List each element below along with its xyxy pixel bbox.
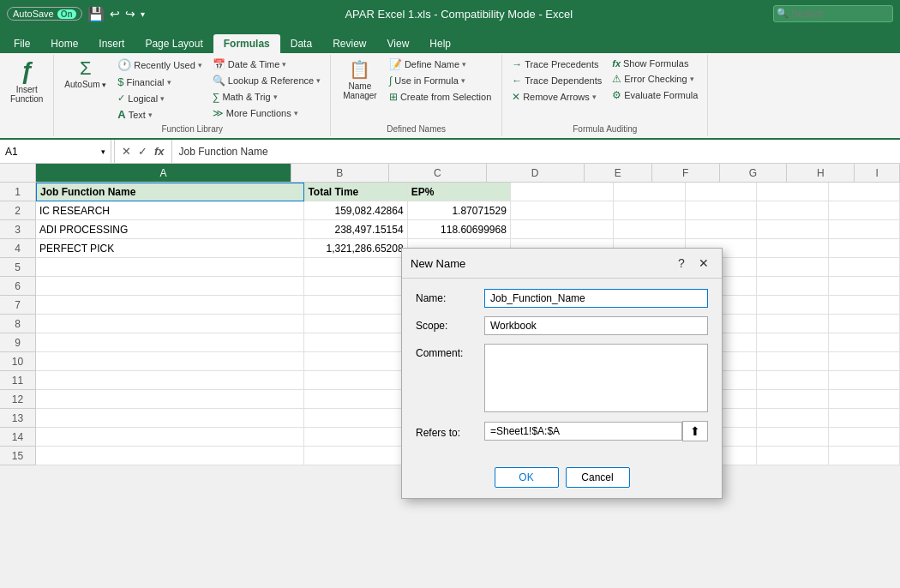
cell-B11[interactable]	[304, 371, 407, 390]
row-header-15[interactable]: 15	[0, 447, 36, 465]
cell-A10[interactable]	[36, 352, 304, 371]
cell-B5[interactable]	[304, 258, 407, 277]
col-header-F[interactable]: F	[652, 164, 720, 182]
tab-insert[interactable]: Insert	[88, 34, 135, 53]
insert-formula-icon[interactable]: fx	[153, 145, 166, 158]
show-formulas-button[interactable]: fx Show Formulas	[608, 57, 702, 70]
cell-B2[interactable]: 159,082.42864	[304, 201, 407, 220]
cell-A15[interactable]	[36, 447, 304, 465]
cell-G12[interactable]	[757, 390, 828, 409]
trace-dependents-button[interactable]: ← Trace Dependents	[507, 73, 606, 88]
name-box-dropdown[interactable]: ▾	[101, 147, 105, 156]
col-header-A[interactable]: A	[36, 164, 291, 182]
row-header-4[interactable]: 4	[0, 239, 36, 258]
tab-home[interactable]: Home	[40, 34, 88, 53]
row-header-9[interactable]: 9	[0, 333, 36, 352]
financial-button[interactable]: $ Financial ▾	[113, 74, 207, 90]
cell-G14[interactable]	[757, 428, 828, 447]
ok-button[interactable]: OK	[495, 467, 559, 488]
cell-H9[interactable]	[829, 333, 900, 352]
tab-review[interactable]: Review	[322, 34, 376, 53]
cell-B9[interactable]	[304, 333, 407, 352]
confirm-formula-icon[interactable]: ✓	[136, 145, 149, 158]
cell-G3[interactable]	[757, 220, 828, 239]
tab-help[interactable]: Help	[419, 34, 461, 53]
cell-A2[interactable]: IC RESEARCH	[36, 201, 304, 220]
cell-B8[interactable]	[304, 315, 407, 333]
cell-H3[interactable]	[829, 220, 900, 239]
math-trig-button[interactable]: ∑ Math & Trig ▾	[208, 89, 325, 105]
cell-G2[interactable]	[757, 201, 828, 220]
row-header-2[interactable]: 2	[0, 201, 36, 220]
cell-G10[interactable]	[757, 352, 828, 371]
cell-D2[interactable]	[511, 201, 614, 220]
name-manager-button[interactable]: 📋 NameManager	[337, 57, 383, 103]
cell-A8[interactable]	[36, 315, 304, 333]
row-header-11[interactable]: 11	[0, 371, 36, 390]
autosave-toggle[interactable]: AutoSave On	[7, 7, 82, 21]
use-in-formula-button[interactable]: ∫ Use in Formula ▾	[385, 73, 495, 88]
tab-file[interactable]: File	[3, 34, 40, 53]
cell-A12[interactable]	[36, 390, 304, 409]
cell-C2[interactable]: 1.87071529	[408, 201, 511, 220]
cell-B13[interactable]	[304, 409, 407, 428]
col-header-E[interactable]: E	[585, 164, 652, 182]
logical-button[interactable]: ✓ Logical ▾	[113, 91, 207, 105]
name-box[interactable]: A1 ▾	[0, 140, 111, 163]
cancel-formula-icon[interactable]: ✕	[120, 145, 133, 158]
col-header-G[interactable]: G	[720, 164, 788, 182]
cell-B4[interactable]: 1,321,286.65208	[304, 239, 407, 258]
name-input[interactable]	[484, 289, 708, 308]
cell-B12[interactable]	[304, 390, 407, 409]
lookup-reference-button[interactable]: 🔍 Lookup & Reference ▾	[208, 73, 325, 88]
dialog-close-icon[interactable]: ✕	[694, 254, 713, 273]
row-header-1[interactable]: 1	[0, 183, 36, 201]
cell-B15[interactable]	[304, 447, 407, 465]
cell-H2[interactable]	[829, 201, 900, 220]
cell-F2[interactable]	[686, 201, 757, 220]
cell-G1[interactable]	[757, 183, 828, 201]
cell-A9[interactable]	[36, 333, 304, 352]
save-icon[interactable]: 💾	[87, 6, 105, 22]
cell-H8[interactable]	[829, 315, 900, 333]
cell-G13[interactable]	[757, 409, 828, 428]
cell-E1[interactable]	[614, 183, 685, 201]
cell-A5[interactable]	[36, 258, 304, 277]
col-header-H[interactable]: H	[787, 164, 855, 182]
cell-G9[interactable]	[757, 333, 828, 352]
cell-G5[interactable]	[757, 258, 828, 277]
autosum-button[interactable]: Σ AutoSum ▾	[59, 57, 111, 92]
cell-G15[interactable]	[757, 447, 828, 465]
remove-arrows-button[interactable]: ✕ Remove Arrows ▾	[507, 89, 606, 105]
cancel-button[interactable]: Cancel	[566, 467, 630, 488]
col-header-I[interactable]: I	[855, 164, 900, 182]
more-functions-button[interactable]: ≫ More Functions ▾	[208, 105, 325, 121]
cell-C3[interactable]: 118.60699968	[408, 220, 511, 239]
tab-view[interactable]: View	[377, 34, 420, 53]
cell-G8[interactable]	[757, 315, 828, 333]
search-input[interactable]	[773, 5, 893, 22]
cell-H13[interactable]	[829, 409, 900, 428]
col-header-C[interactable]: C	[389, 164, 487, 182]
row-header-5[interactable]: 5	[0, 258, 36, 277]
cell-A7[interactable]	[36, 296, 304, 315]
cell-H4[interactable]	[829, 239, 900, 258]
cell-E2[interactable]	[614, 201, 685, 220]
cell-H11[interactable]	[829, 371, 900, 390]
insert-function-button[interactable]: ƒ InsertFunction	[5, 57, 48, 106]
cell-E3[interactable]	[614, 220, 685, 239]
define-name-button[interactable]: 📝 Define Name ▾	[385, 57, 495, 72]
text-button[interactable]: A Text ▾	[113, 106, 207, 123]
cell-H6[interactable]	[829, 277, 900, 296]
cell-D1[interactable]	[511, 183, 614, 201]
cell-G11[interactable]	[757, 371, 828, 390]
dialog-help-icon[interactable]: ?	[672, 254, 691, 273]
tab-formulas[interactable]: Formulas	[213, 34, 280, 53]
cell-B10[interactable]	[304, 352, 407, 371]
trace-precedents-button[interactable]: → Trace Precedents	[507, 57, 606, 72]
row-header-10[interactable]: 10	[0, 352, 36, 371]
create-from-selection-button[interactable]: ⊞ Create from Selection	[385, 89, 495, 105]
cell-H1[interactable]	[829, 183, 900, 201]
cell-H5[interactable]	[829, 258, 900, 277]
cell-H10[interactable]	[829, 352, 900, 371]
